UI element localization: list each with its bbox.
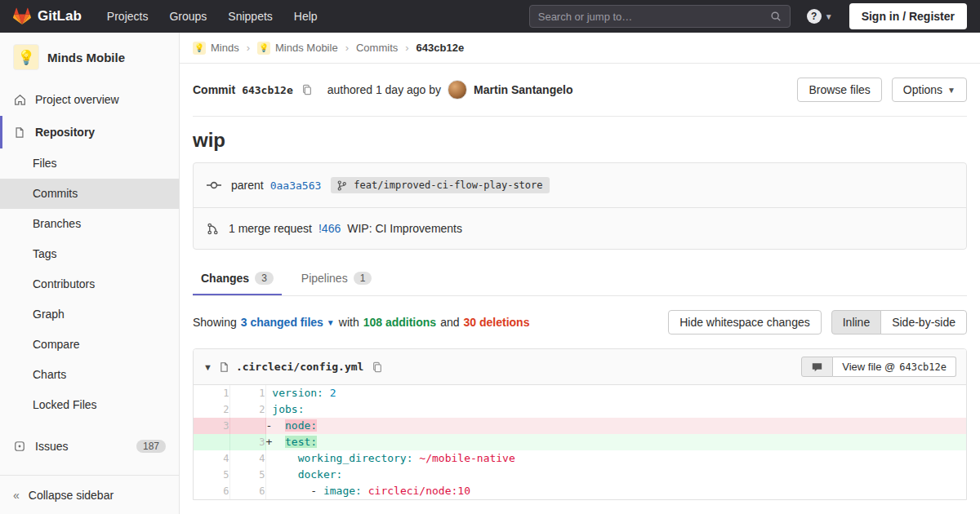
parent-sha-link[interactable]: 0aa3a563: [270, 179, 322, 192]
showing-label: Showing: [193, 316, 237, 329]
diff-table: 11 version: 222 jobs:3- node:3+ test:44 …: [194, 385, 966, 499]
diff-line-code: jobs:: [265, 401, 966, 418]
old-line-number[interactable]: 5: [194, 467, 229, 483]
diff-line: 55 docker:: [194, 467, 966, 483]
changed-files-dropdown[interactable]: 3 changed files ▼: [241, 316, 335, 329]
changed-files-label: 3 changed files: [241, 316, 323, 329]
project-header[interactable]: 💡 Minds Mobile: [0, 33, 179, 83]
commit-header: Commit 643cb12e authored 1 day ago by Ma…: [193, 64, 967, 117]
old-line-number[interactable]: 3: [194, 418, 229, 434]
new-line-number[interactable]: 3: [229, 434, 265, 450]
old-line-number[interactable]: [194, 434, 229, 450]
sidebar-item-branches[interactable]: Branches: [0, 209, 179, 239]
author-avatar[interactable]: [448, 80, 467, 100]
sidebar-item-tags[interactable]: Tags: [0, 239, 179, 269]
sidebar-item-locked-files[interactable]: Locked Files: [0, 390, 179, 420]
diff-line-code: - image: circleci/node:10: [265, 483, 966, 499]
old-line-number[interactable]: 4: [194, 450, 229, 467]
nav-item-groups[interactable]: Groups: [158, 0, 217, 33]
sidebar-item-compare[interactable]: Compare: [0, 330, 179, 360]
sidebar-item-contributors[interactable]: Contributors: [0, 269, 179, 299]
project-avatar: 💡: [13, 44, 39, 70]
toggle-comments-button[interactable]: [801, 357, 833, 377]
sidebar-item-project-overview[interactable]: Project overview: [0, 83, 179, 116]
sidebar-item-label: Repository: [35, 126, 95, 139]
new-line-number[interactable]: 4: [229, 450, 265, 467]
commit-sha: 643cb12e: [242, 84, 293, 96]
new-line-number[interactable]: 6: [229, 483, 265, 499]
browse-files-button[interactable]: Browse files: [797, 78, 881, 102]
question-icon: ?: [807, 9, 822, 24]
branch-name: feat/improved-ci-flow-play-store: [354, 179, 542, 191]
diff-line: 66 - image: circleci/node:10: [194, 483, 966, 499]
side-by-side-view-button[interactable]: Side-by-side: [880, 310, 967, 335]
deletions-count: 30 deletions: [464, 316, 530, 329]
diff-line: 22 jobs:: [194, 401, 966, 418]
diff-file-actions: View file @ 643cb12e: [801, 357, 956, 377]
comment-icon: [811, 361, 823, 373]
sidebar-item-graph[interactable]: Graph: [0, 299, 179, 330]
breadcrumb-minds[interactable]: 💡 Minds: [193, 42, 239, 55]
tab-label: Changes: [201, 272, 249, 285]
breadcrumb-label: Minds: [211, 42, 239, 54]
inline-view-button[interactable]: Inline: [831, 310, 881, 335]
diff-file-header: ▼ .circleci/config.yml View file @ 643c: [194, 349, 966, 385]
breadcrumb-label: Minds Mobile: [275, 42, 338, 54]
mr-ref-link[interactable]: !466: [318, 222, 341, 235]
view-mode-toggle: Inline Side-by-side: [831, 310, 967, 335]
copy-sha-button[interactable]: [300, 84, 314, 95]
authored-text: authored 1 day ago by: [327, 83, 441, 96]
new-line-number[interactable]: [229, 418, 265, 434]
view-file-button[interactable]: View file @ 643cb12e: [833, 357, 956, 377]
old-line-number[interactable]: 1: [194, 385, 229, 401]
diff-line-code: working_directory: ~/mobile-native: [265, 450, 966, 467]
author-name-link[interactable]: Martin Santangelo: [474, 83, 572, 96]
home-icon: [13, 94, 26, 106]
breadcrumb-commits[interactable]: Commits: [356, 42, 398, 54]
tab-pipelines[interactable]: Pipelines 1: [293, 261, 381, 295]
commit-label: Commit: [193, 83, 235, 96]
sidebar-item-repository[interactable]: Repository: [0, 116, 179, 148]
gitlab-logo-link[interactable]: GitLab: [13, 7, 82, 25]
diff-line-code: docker:: [265, 467, 966, 483]
brand-name: GitLab: [38, 8, 82, 24]
collapse-diff-icon[interactable]: ▼: [203, 362, 212, 372]
sidebar-item-label: Issues: [35, 440, 68, 453]
caret-down-icon: ▼: [327, 318, 335, 327]
sign-in-register-button[interactable]: Sign in / Register: [849, 3, 967, 29]
collapse-sidebar-button[interactable]: « Collapse sidebar: [0, 475, 179, 514]
sidebar-item-commits[interactable]: Commits: [0, 179, 179, 209]
copy-filename-button[interactable]: [370, 361, 385, 373]
global-search[interactable]: [529, 5, 791, 28]
sidebar-item-issues[interactable]: Issues 187: [0, 430, 179, 463]
sidebar-item-files[interactable]: Files: [0, 148, 179, 179]
hide-whitespace-button[interactable]: Hide whitespace changes: [668, 310, 822, 335]
breadcrumb: 💡 Minds › 💡 Minds Mobile › Commits › 643…: [180, 33, 980, 64]
commit-message-title: wip: [193, 129, 967, 152]
tab-changes[interactable]: Changes 3: [193, 261, 282, 295]
with-label: with: [339, 316, 359, 329]
view-file-label: View file @: [842, 361, 895, 373]
diff-view-controls: Hide whitespace changes Inline Side-by-s…: [668, 310, 967, 335]
old-line-number[interactable]: 6: [194, 483, 229, 499]
primary-nav: Projects Groups Snippets Help: [96, 0, 328, 33]
options-dropdown-button[interactable]: Options ▼: [892, 78, 967, 102]
nav-item-help[interactable]: Help: [283, 0, 328, 33]
help-dropdown[interactable]: ? ▼: [807, 9, 833, 24]
old-line-number[interactable]: 2: [194, 401, 229, 418]
new-line-number[interactable]: 1: [229, 385, 265, 401]
breadcrumb-minds-mobile[interactable]: 💡 Minds Mobile: [257, 42, 338, 55]
copy-icon: [301, 84, 313, 95]
collapse-sidebar-icon: «: [13, 489, 20, 502]
diff-line: 11 version: 2: [194, 385, 966, 401]
chevron-down-icon: ▼: [825, 12, 833, 21]
nav-item-snippets[interactable]: Snippets: [217, 0, 283, 33]
diff-summary-bar: Showing 3 changed files ▼ with 108 addit…: [193, 310, 967, 335]
nav-item-projects[interactable]: Projects: [96, 0, 159, 33]
new-line-number[interactable]: 2: [229, 401, 265, 418]
search-input[interactable]: [538, 11, 770, 23]
new-line-number[interactable]: 5: [229, 467, 265, 483]
branch-chip[interactable]: feat/improved-ci-flow-play-store: [331, 177, 549, 193]
sidebar-item-charts[interactable]: Charts: [0, 360, 179, 390]
breadcrumb-separator: ›: [405, 42, 408, 54]
